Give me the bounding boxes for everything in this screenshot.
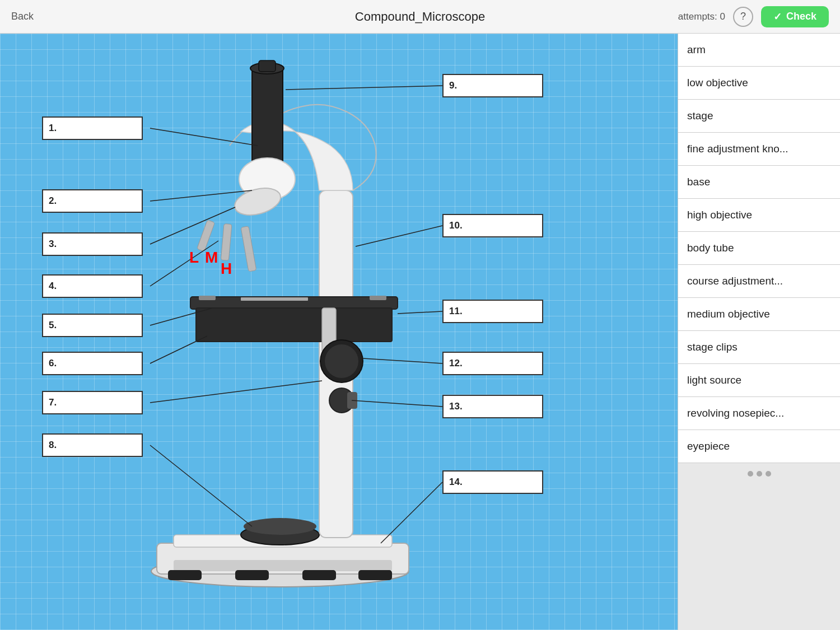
svg-rect-4 (235, 570, 269, 580)
label-box-11[interactable]: 11. (442, 300, 543, 323)
back-button[interactable]: Back (11, 11, 34, 22)
svg-rect-13 (259, 60, 276, 72)
svg-rect-2 (174, 560, 392, 571)
label-box-10[interactable]: 10. (442, 214, 543, 237)
svg-point-9 (244, 518, 316, 535)
label-num-11: 11. (449, 306, 463, 317)
svg-rect-20 (196, 308, 392, 342)
answer-arm[interactable]: arm (678, 34, 840, 67)
svg-rect-18 (241, 226, 256, 272)
label-box-5[interactable]: 5. (42, 314, 143, 337)
answer-panel: arm low objective stage fine adjustment … (678, 34, 840, 630)
header-right: attempts: 0 ? ✓ Check (678, 6, 829, 27)
answer-low-objective[interactable]: low objective (678, 67, 840, 100)
dot-1 (748, 471, 753, 477)
attempts-label: attempts: 0 (678, 11, 725, 22)
svg-rect-22 (370, 296, 386, 300)
label-num-6: 6. (49, 358, 57, 369)
svg-rect-16 (197, 220, 215, 251)
answer-eyepiece[interactable]: eyepiece (678, 430, 840, 463)
answer-light-source[interactable]: light source (678, 364, 840, 397)
answer-stage[interactable]: stage (678, 100, 840, 133)
check-button[interactable]: ✓ Check (761, 6, 829, 27)
label-box-8[interactable]: 8. (42, 433, 143, 457)
pagination-dots (678, 463, 840, 484)
label-num-8: 8. (49, 440, 57, 451)
svg-rect-17 (221, 223, 232, 260)
high-objective-marker: H (221, 260, 232, 278)
label-box-4[interactable]: 4. (42, 274, 143, 298)
label-num-7: 7. (49, 397, 57, 408)
label-box-2[interactable]: 2. (42, 189, 143, 213)
svg-rect-5 (302, 570, 336, 580)
label-num-1: 1. (49, 123, 57, 134)
label-num-5: 5. (49, 320, 57, 331)
label-num-10: 10. (449, 220, 463, 231)
label-num-4: 4. (49, 281, 57, 292)
label-box-14[interactable]: 14. (442, 470, 543, 494)
label-box-13[interactable]: 13. (442, 395, 543, 418)
answer-stage-clips[interactable]: stage clips (678, 331, 840, 364)
label-box-9[interactable]: 9. (442, 74, 543, 97)
svg-point-26 (325, 344, 358, 378)
label-num-14: 14. (449, 477, 463, 488)
svg-rect-3 (168, 570, 202, 580)
svg-rect-23 (241, 297, 308, 301)
low-objective-marker: L (189, 249, 199, 267)
answer-fine-adjustment[interactable]: fine adjustment kno... (678, 133, 840, 166)
header: Back Compound_Microscope attempts: 0 ? ✓… (0, 0, 840, 34)
svg-rect-6 (358, 570, 392, 580)
label-box-3[interactable]: 3. (42, 232, 143, 256)
label-num-12: 12. (449, 358, 463, 369)
label-box-12[interactable]: 12. (442, 352, 543, 375)
answer-revolving-nosepiece[interactable]: revolving nosepiec... (678, 397, 840, 430)
answer-base[interactable]: base (678, 166, 840, 199)
answer-medium-objective[interactable]: medium objective (678, 298, 840, 331)
svg-rect-28 (347, 392, 357, 409)
svg-rect-21 (199, 296, 216, 300)
label-num-9: 9. (449, 80, 457, 91)
label-box-6[interactable]: 6. (42, 352, 143, 375)
check-label: Check (786, 11, 816, 22)
label-num-2: 2. (49, 195, 57, 207)
answer-course-adjustment[interactable]: course adjustment... (678, 265, 840, 298)
answer-body-tube[interactable]: body tube (678, 232, 840, 265)
answer-high-objective[interactable]: high objective (678, 199, 840, 232)
main-layout: 1. 2. 3. 4. 5. 6. 7. 8. 9. 10. 11. (0, 34, 840, 630)
dot-2 (757, 471, 762, 477)
label-box-1[interactable]: 1. (42, 116, 143, 140)
dot-3 (766, 471, 771, 477)
label-num-3: 3. (49, 239, 57, 250)
page-title: Compound_Microscope (355, 10, 485, 24)
label-box-7[interactable]: 7. (42, 391, 143, 414)
help-button[interactable]: ? (733, 7, 753, 27)
label-num-13: 13. (449, 401, 463, 412)
diagram-area: 1. 2. 3. 4. 5. 6. 7. 8. 9. 10. 11. (0, 34, 678, 630)
medium-objective-marker: M (205, 249, 218, 267)
check-icon: ✓ (773, 11, 782, 23)
